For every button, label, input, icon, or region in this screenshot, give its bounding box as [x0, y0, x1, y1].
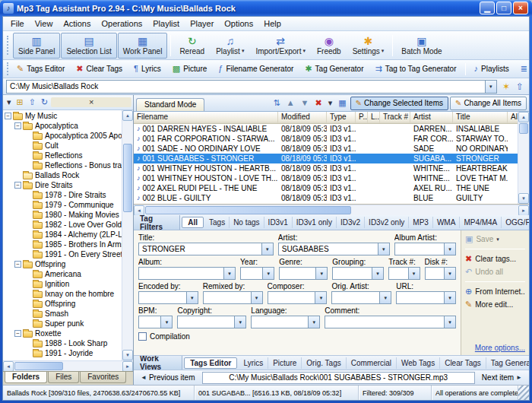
path-dropdown-icon[interactable]: ▾	[485, 81, 496, 93]
tree-item[interactable]: 1988 - Look Sharp	[3, 338, 122, 348]
work-view-tab-tag-generator[interactable]: Tag Generator	[486, 357, 529, 369]
genre-combobox[interactable]: ▾	[279, 267, 328, 280]
column-header-artist[interactable]: Artist	[410, 112, 453, 123]
scroll-thumb[interactable]	[145, 206, 351, 214]
tree-expander-icon[interactable]: −	[5, 113, 11, 119]
tree-item[interactable]: Smash	[3, 309, 122, 319]
tree-item[interactable]: Reflections	[3, 151, 122, 160]
filelist-horizontal-scrollbar[interactable]: ◄ ►	[134, 205, 529, 215]
filelists-button[interactable]: ≣Filelists	[515, 62, 530, 75]
menu-options[interactable]: Options	[219, 18, 258, 29]
track-combobox[interactable]: ▾	[388, 267, 420, 280]
tab-standard-mode[interactable]: Standard Mode	[136, 98, 204, 111]
dropdown-icon[interactable]: ▾	[308, 316, 319, 328]
remixed-by-combobox[interactable]: ▾	[203, 291, 263, 304]
filter-tab-mp3[interactable]: MP3	[409, 217, 433, 228]
title-combobox[interactable]: STRONGER▾	[138, 243, 274, 255]
undo-all-button[interactable]: ↶Undo all	[465, 268, 525, 276]
column-header-title[interactable]: Title	[453, 112, 508, 123]
dropdown-icon[interactable]: ▾	[262, 268, 274, 279]
dropdown-icon[interactable]: ▾	[408, 268, 420, 279]
filter-tab-id3v1[interactable]: ID3v1	[264, 217, 293, 228]
change-selected-items-button[interactable]: ✎ Change Selected Items	[350, 97, 448, 110]
tree-item[interactable]: 1982 - Love Over Gold	[3, 220, 122, 230]
work-view-tab-orig-tags[interactable]: Orig. Tags	[302, 357, 346, 369]
dropdown-icon[interactable]: ▾	[378, 243, 389, 255]
folder-up-button[interactable]: ⇧	[514, 81, 526, 92]
tree-item[interactable]: Ballads Rock	[3, 170, 122, 180]
column-header-alb[interactable]: Alb...	[508, 112, 518, 123]
delete-menu-button[interactable]: ▾	[326, 98, 335, 108]
scroll-left-icon[interactable]: ◄	[3, 361, 14, 372]
reread-button[interactable]: ↻Reread	[174, 33, 210, 59]
tree-item[interactable]: 1984 - Alchemy (2LP-Liv...	[3, 230, 122, 240]
tab-favorites[interactable]: Favorites	[80, 372, 126, 383]
tags-editor-button[interactable]: ✎Tags Editor	[11, 62, 70, 75]
compilation-checkbox[interactable]	[138, 332, 147, 341]
clear-tags-button[interactable]: ✖Clear Tags	[71, 62, 128, 75]
settings-button[interactable]: ✱Settings▾	[347, 33, 390, 59]
tree-item[interactable]: 1985 - Brothers In Arms	[3, 240, 122, 249]
previous-item-button[interactable]: ◄ Previous item	[137, 372, 199, 383]
file-row[interactable]: ♪001 SADE - NO ORDINARY LOVE08/18/09 05:…	[134, 144, 518, 154]
clear-tags-button[interactable]: ✖Clear tags...	[465, 255, 525, 263]
lyrics-button[interactable]: ¶Lyrics	[128, 62, 166, 75]
sort-button[interactable]: ⇅	[271, 98, 283, 108]
language-combobox[interactable]: ▾	[251, 316, 320, 328]
selection-list-button[interactable]: ▤Selection List	[61, 33, 116, 59]
tree-item[interactable]: −My Music	[3, 111, 122, 121]
work-view-tab-clear-tags[interactable]: Clear Tags	[440, 357, 486, 369]
menu-file[interactable]: File	[5, 18, 30, 29]
dropdown-icon[interactable]: ▾	[315, 268, 327, 279]
column-header-type[interactable]: Type	[327, 112, 356, 123]
menu-player[interactable]: Player	[185, 18, 219, 29]
move-up-button[interactable]: ▲	[284, 98, 297, 108]
work-view-tab-tags-editor[interactable]: Tags Editor	[184, 357, 237, 369]
file-row[interactable]: ♪001 WHITNEY HOUSTON - HEARTB...08/18/09…	[134, 163, 518, 173]
file-row[interactable]: ♪002 AXEL RUDI PELL - THE UNE08/18/09 05…	[134, 183, 518, 193]
column-header-modified[interactable]: Modified	[278, 112, 327, 123]
column-header-l[interactable]: L...	[368, 112, 380, 123]
copyright-combobox[interactable]: ▾	[177, 316, 246, 328]
tree-item[interactable]: Offspring	[3, 299, 122, 309]
menu-operations[interactable]: Operations	[96, 18, 147, 29]
menu-help[interactable]: Help	[258, 18, 287, 29]
dropdown-icon[interactable]: ▾	[444, 316, 455, 328]
tab-files[interactable]: Files	[48, 372, 79, 383]
dropdown-icon[interactable]: ▾	[496, 236, 499, 243]
tree-item[interactable]: Cult	[3, 141, 122, 151]
filter-tab-ogg-flac[interactable]: OGG/FLAC	[502, 217, 529, 228]
minimize-button[interactable]: ▁	[480, 2, 495, 14]
scroll-track[interactable]	[144, 205, 518, 215]
file-row[interactable]: ♪001 SUGABABES - STRONGER08/18/09 05:32I…	[134, 154, 518, 163]
dropdown-icon[interactable]: ▾	[444, 268, 455, 279]
comment-combobox[interactable]: ▾	[325, 316, 456, 328]
file-row[interactable]: ♪001 DARREN HAYES - INSALIABLE08/18/09 0…	[134, 124, 518, 134]
tree-item[interactable]: Ixnay on the hombre	[3, 289, 122, 299]
new-folder-button[interactable]: ⊞	[14, 97, 26, 107]
composer-combobox[interactable]: ▾	[268, 291, 328, 304]
delete-button[interactable]: ✖	[313, 98, 325, 108]
grouping-combobox[interactable]: ▾	[332, 267, 384, 280]
tree-item[interactable]: −Apocalyptica	[3, 121, 122, 131]
work-panel-button[interactable]: ▦Work Panel	[118, 33, 168, 59]
more-options-link[interactable]: More options...	[475, 344, 525, 352]
dropdown-icon[interactable]: ▾	[223, 268, 235, 279]
playlists-button[interactable]: ♪Playlists	[469, 62, 515, 75]
scroll-right-icon[interactable]: ►	[518, 205, 529, 216]
side-panel-button[interactable]: ▥Side Panel	[13, 33, 60, 59]
resize-grip[interactable]	[518, 386, 529, 400]
dropdown-icon[interactable]: ▾	[242, 48, 245, 54]
import-export-button[interactable]: ⇄Import/Export▾	[250, 33, 311, 59]
dropdown-icon[interactable]: ▾	[234, 316, 245, 328]
dropdown-icon[interactable]: ▾	[160, 316, 172, 328]
tree-item[interactable]: Reflections - Bonus track	[3, 160, 122, 170]
scroll-thumb[interactable]	[14, 362, 63, 370]
column-header-filename[interactable]: Filename	[134, 112, 278, 123]
scroll-up-icon[interactable]: ▲	[518, 112, 529, 122]
picture-button[interactable]: ▩Picture	[167, 62, 213, 75]
orig-artist-combobox[interactable]: ▾	[331, 291, 391, 304]
year-combobox[interactable]: ▾	[240, 267, 274, 280]
column-header-p[interactable]: P...	[356, 112, 368, 123]
tree-item[interactable]: Ignition	[3, 279, 122, 289]
